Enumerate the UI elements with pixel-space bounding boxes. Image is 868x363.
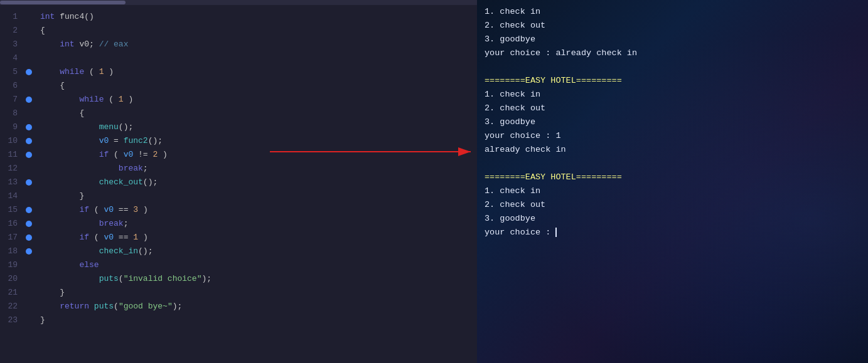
breakpoint-dot bbox=[26, 179, 32, 186]
code-line-21: } bbox=[40, 286, 477, 300]
code-line-16: break; bbox=[40, 217, 477, 231]
code-line-4 bbox=[40, 51, 477, 65]
code-line-22: return puts("good bye~"); bbox=[40, 300, 477, 313]
code-line-9: menu(); bbox=[40, 120, 477, 134]
code-line-15: if ( v0 == 3 ) bbox=[40, 203, 477, 217]
code-line-7: while ( 1 ) bbox=[40, 93, 477, 107]
code-line-11: if ( v0 != 2 ) bbox=[40, 148, 477, 162]
breakpoint-dot bbox=[26, 124, 32, 130]
terminal-line: 1. check in bbox=[485, 5, 860, 19]
code-editor: 1 2 3 4 5 6 7 8 9 10 11 12 13 14 15 16 1… bbox=[0, 0, 477, 363]
breakpoint-dot bbox=[26, 248, 32, 255]
terminal-spacer bbox=[485, 60, 860, 74]
code-line-3: int v0; // eax bbox=[40, 38, 477, 51]
code-line-17: if ( v0 == 1 ) bbox=[40, 231, 477, 245]
code-line-19: else bbox=[40, 258, 477, 272]
terminal-panel: 1. check in 2. check out 3. goodbye your… bbox=[477, 0, 868, 363]
terminal-line: your choice : already check in bbox=[485, 46, 860, 60]
terminal-line: 2. check out bbox=[485, 198, 860, 212]
code-line-12: break; bbox=[40, 162, 477, 176]
code-lines: int func4() { int v0; // eax while ( 1 )… bbox=[35, 5, 477, 363]
terminal-line: 3. goodbye bbox=[485, 115, 860, 129]
breakpoint-dot bbox=[26, 221, 32, 227]
code-line-5: while ( 1 ) bbox=[40, 65, 477, 79]
breakpoint-dot bbox=[26, 97, 32, 103]
terminal-line-header: ========EASY HOTEL========= bbox=[485, 74, 860, 88]
code-line-18: check_in(); bbox=[40, 245, 477, 258]
code-line-20: puts("invalid choice"); bbox=[40, 272, 477, 286]
line-numbers: 1 2 3 4 5 6 7 8 9 10 11 12 13 14 15 16 1… bbox=[0, 5, 23, 363]
code-line-6: { bbox=[40, 79, 477, 93]
terminal-line: 1. check in bbox=[485, 88, 860, 102]
code-line-14: } bbox=[40, 189, 477, 203]
breakpoint-column bbox=[23, 5, 35, 363]
code-line-1: int func4() bbox=[40, 10, 477, 24]
code-line-8: { bbox=[40, 107, 477, 120]
code-line-2: { bbox=[40, 24, 477, 38]
code-line-13: check_out(); bbox=[40, 176, 477, 189]
scrollbar-thumb bbox=[0, 1, 126, 4]
terminal-line: your choice : 1 bbox=[485, 129, 860, 143]
terminal-spacer bbox=[485, 157, 860, 171]
terminal-line: 3. goodbye bbox=[485, 33, 860, 46]
breakpoint-dot bbox=[26, 207, 32, 213]
terminal-line-header: ========EASY HOTEL========= bbox=[485, 171, 860, 184]
terminal-line: your choice : ​ bbox=[485, 226, 860, 239]
terminal-line: 2. check out bbox=[485, 19, 860, 33]
breakpoint-dot bbox=[26, 152, 32, 158]
breakpoint-dot bbox=[26, 138, 32, 144]
code-line-10: v0 = func2(); bbox=[40, 134, 477, 148]
terminal-line: 3. goodbye bbox=[485, 212, 860, 226]
terminal-content: 1. check in 2. check out 3. goodbye your… bbox=[477, 0, 868, 363]
breakpoint-dot bbox=[26, 69, 32, 75]
breakpoint-dot bbox=[26, 234, 32, 241]
terminal-line: 2. check out bbox=[485, 102, 860, 115]
code-line-23: } bbox=[40, 313, 477, 327]
scrollbar[interactable] bbox=[0, 0, 477, 5]
terminal-line: already check in bbox=[485, 143, 860, 157]
terminal-line: 1. check in bbox=[485, 184, 860, 198]
